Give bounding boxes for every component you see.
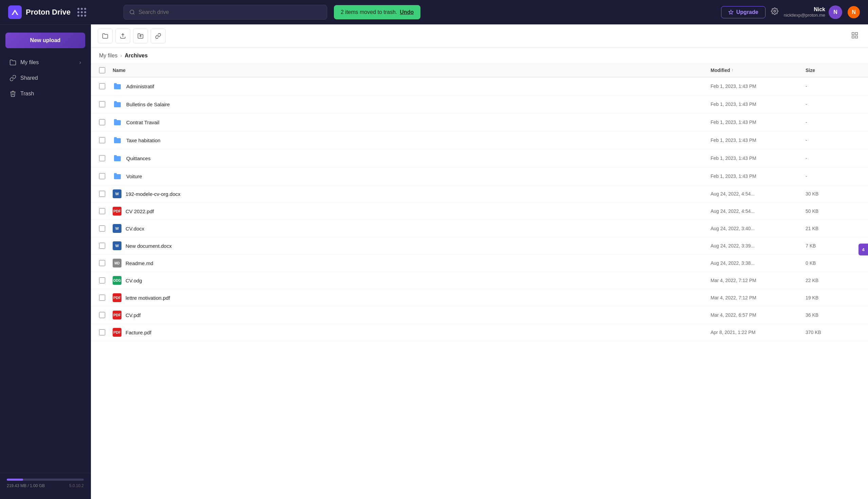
svg-point-1 <box>130 10 134 14</box>
file-row[interactable]: W CV.docx Aug 24, 2022, 3:40... 21 KB <box>91 220 868 237</box>
odg-icon: ODG <box>113 276 122 285</box>
file-name-cell: Quittances <box>113 154 710 163</box>
col-size-header[interactable]: Size <box>806 68 860 73</box>
right-panel-badge[interactable]: 4 <box>858 244 868 256</box>
row-checkbox[interactable] <box>99 243 105 249</box>
app-version: 5.0.10.2 <box>69 483 84 488</box>
file-row[interactable]: Voiture Feb 1, 2023, 1:43 PM - <box>91 167 868 185</box>
notification-button[interactable]: N <box>848 6 860 18</box>
new-upload-button[interactable]: New upload <box>5 33 85 48</box>
file-row[interactable]: MD Readme.md Aug 24, 2022, 3:38... 0 KB <box>91 255 868 272</box>
search-icon <box>129 9 135 15</box>
upload-file-button[interactable] <box>115 28 130 44</box>
file-row[interactable]: PDF CV 2022.pdf Aug 24, 2022, 4:54... 50… <box>91 203 868 220</box>
apps-grid-icon[interactable] <box>77 8 86 17</box>
folder-icon <box>113 118 122 127</box>
new-folder-button[interactable] <box>98 28 113 44</box>
sidebar: New upload My files › Shared <box>0 24 91 499</box>
file-row[interactable]: PDF CV.pdf Mar 4, 2022, 6:57 PM 36 KB <box>91 306 868 324</box>
row-checkbox[interactable] <box>99 83 105 89</box>
file-name: Quittances <box>126 156 151 161</box>
file-date: Mar 4, 2022, 7:12 PM <box>710 278 806 283</box>
folder-icon <box>113 82 122 91</box>
file-name: lettre motivation.pdf <box>126 295 170 301</box>
row-checkbox[interactable] <box>99 155 105 161</box>
row-checkbox[interactable] <box>99 208 105 214</box>
search-bar[interactable] <box>124 5 327 20</box>
file-row[interactable]: Administratif Feb 1, 2023, 1:43 PM - <box>91 77 868 95</box>
file-date: Feb 1, 2023, 1:43 PM <box>710 137 806 143</box>
upgrade-button[interactable]: Upgrade <box>721 6 766 18</box>
file-name-cell: PDF Facture.pdf <box>113 328 710 337</box>
file-name-cell: W New document.docx <box>113 241 710 250</box>
file-size: - <box>806 84 860 89</box>
row-checkbox[interactable] <box>99 173 105 179</box>
file-size: - <box>806 101 860 107</box>
row-checkbox[interactable] <box>99 119 105 125</box>
storage-bar: 219.43 MB / 1.00 GB 5.0.10.2 <box>0 473 90 494</box>
file-size: 370 KB <box>806 330 860 335</box>
file-list: Name Modified ↑ Size Administratif Feb 1… <box>91 64 868 499</box>
svg-rect-9 <box>855 36 857 38</box>
folder-icon <box>10 59 16 66</box>
file-name: Facture.pdf <box>126 330 151 336</box>
file-size: 30 KB <box>806 191 860 196</box>
file-row[interactable]: Contrat Travail Feb 1, 2023, 1:43 PM - <box>91 113 868 131</box>
pdf-icon: PDF <box>113 207 122 216</box>
row-checkbox[interactable] <box>99 312 105 318</box>
file-size: 36 KB <box>806 312 860 318</box>
col-modified-header[interactable]: Modified ↑ <box>710 68 806 73</box>
file-date: Feb 1, 2023, 1:43 PM <box>710 120 806 125</box>
file-size: 0 KB <box>806 260 860 266</box>
user-email: nicktlexp@proton.me <box>784 13 825 18</box>
row-checkbox[interactable] <box>99 260 105 266</box>
breadcrumb-root[interactable]: My files <box>99 53 117 59</box>
file-row[interactable]: ODG CV.odg Mar 4, 2022, 7:12 PM 22 KB <box>91 272 868 289</box>
row-checkbox[interactable] <box>99 277 105 283</box>
file-name: Bulletins de Salaire <box>126 101 170 107</box>
grid-icon <box>851 32 858 39</box>
file-date: Mar 4, 2022, 6:57 PM <box>710 312 806 318</box>
select-all-checkbox[interactable] <box>99 67 105 73</box>
row-checkbox[interactable] <box>99 191 105 197</box>
file-row[interactable]: Bulletins de Salaire Feb 1, 2023, 1:43 P… <box>91 95 868 113</box>
row-checkbox[interactable] <box>99 226 105 232</box>
row-checkbox[interactable] <box>99 101 105 107</box>
toast-message: 2 items moved to trash. <box>341 9 397 15</box>
search-input[interactable] <box>138 9 321 15</box>
file-size: 7 KB <box>806 243 860 248</box>
file-row[interactable]: W New document.docx Aug 24, 2022, 3:39..… <box>91 237 868 255</box>
upgrade-icon <box>728 10 734 15</box>
sidebar-item-trash[interactable]: Trash <box>3 86 88 101</box>
sidebar-item-my-files[interactable]: My files › <box>3 55 88 70</box>
toast-notification: 2 items moved to trash. Undo <box>334 5 420 19</box>
avatar[interactable]: N <box>829 5 842 19</box>
row-checkbox[interactable] <box>99 295 105 301</box>
file-name: CV 2022.pdf <box>126 208 154 214</box>
file-name-cell: Taxe habitation <box>113 135 710 145</box>
toast-undo-button[interactable]: Undo <box>400 9 414 15</box>
trash-icon <box>10 90 16 97</box>
file-row[interactable]: W 192-modele-cv-org.docx Aug 24, 2022, 4… <box>91 185 868 203</box>
main-layout: New upload My files › Shared <box>0 24 868 499</box>
file-row[interactable]: PDF lettre motivation.pdf Mar 4, 2022, 7… <box>91 289 868 306</box>
chevron-right-icon: › <box>79 59 81 65</box>
pdf-icon: PDF <box>113 328 122 337</box>
file-name: CV.docx <box>126 226 144 232</box>
logo-area: Proton Drive <box>8 5 117 19</box>
file-row[interactable]: PDF Facture.pdf Apr 8, 2021, 1:22 PM 370… <box>91 324 868 341</box>
settings-icon <box>771 8 778 15</box>
col-name-header[interactable]: Name <box>113 68 710 73</box>
file-name-cell: ODG CV.odg <box>113 276 710 285</box>
row-checkbox[interactable] <box>99 137 105 143</box>
upload-folder-button[interactable] <box>133 28 148 44</box>
file-name: CV.odg <box>126 278 142 283</box>
file-row[interactable]: Taxe habitation Feb 1, 2023, 1:43 PM - <box>91 131 868 149</box>
file-row[interactable]: Quittances Feb 1, 2023, 1:43 PM - <box>91 149 868 167</box>
sidebar-item-shared[interactable]: Shared <box>3 71 88 86</box>
row-checkbox[interactable] <box>99 329 105 336</box>
sidebar-my-files-label: My files <box>20 59 39 65</box>
settings-button[interactable] <box>771 8 778 17</box>
share-link-button[interactable] <box>151 28 165 44</box>
grid-view-toggle[interactable] <box>848 29 861 44</box>
